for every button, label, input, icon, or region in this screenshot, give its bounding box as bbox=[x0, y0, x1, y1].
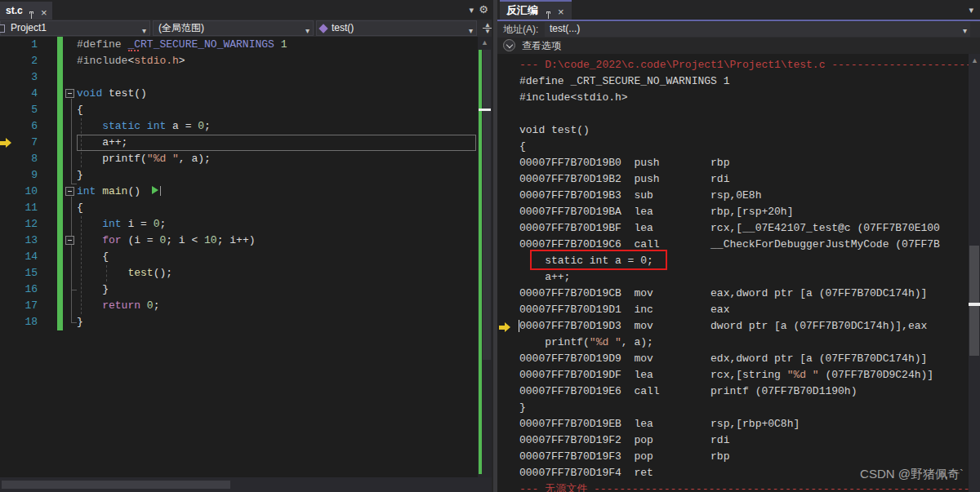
disasm-line: 00007FF7B70D19D3 mov dword ptr [a (07FF7… bbox=[519, 318, 980, 335]
line-number: 11 bbox=[0, 200, 38, 216]
change-bar bbox=[57, 135, 63, 151]
caret-position-mark bbox=[969, 303, 980, 306]
separator-line: --- D:\code_2022\c.code\Project1\Project… bbox=[519, 57, 980, 73]
source-editor-pane: st.c × ▾ ⚙ Project1 ▾ (全局范围) ▾ test() ▾ bbox=[0, 0, 492, 492]
change-bar bbox=[57, 167, 63, 184]
code-line: 5{ bbox=[0, 102, 492, 118]
visual-studio-window: st.c × ▾ ⚙ Project1 ▾ (全局范围) ▾ test() ▾ bbox=[0, 0, 980, 492]
fold-collapse-icon[interactable] bbox=[65, 89, 74, 98]
code-lines: 1#define _CRT_SECURE_NO_WARNINGS 12#incl… bbox=[0, 37, 492, 330]
address-combo[interactable]: test(...) ▾ bbox=[545, 22, 970, 37]
disasm-line: 00007FF7B70D19F2 pop rdi bbox=[519, 432, 980, 449]
disassembly-pane: 反汇编 × ▾ 地址(A): test(...) ▾ 查看选项 --- D:\c… bbox=[497, 0, 980, 492]
change-track-marks bbox=[479, 50, 482, 474]
line-number: 9 bbox=[0, 167, 38, 184]
editor-horizontal-scrollbar[interactable] bbox=[0, 477, 492, 492]
code-line: 11{ bbox=[0, 200, 492, 216]
change-bar bbox=[57, 151, 63, 167]
line-number: 5 bbox=[0, 102, 38, 118]
tab-title: st.c bbox=[6, 5, 23, 16]
line-number: 3 bbox=[0, 69, 38, 86]
change-bar bbox=[57, 102, 63, 118]
disasm-line: 00007FF7B70D19B3 sub rsp,0E8h bbox=[519, 188, 980, 204]
change-bar bbox=[57, 69, 63, 86]
scope-dropdown[interactable]: (全局范围) ▾ bbox=[153, 20, 314, 36]
fold-collapse-icon[interactable] bbox=[65, 236, 74, 245]
text-caret bbox=[519, 320, 519, 332]
disasm-line: 00007FF7B70D19D9 mov edx,dword ptr [a (0… bbox=[519, 351, 980, 367]
code-line: 18} bbox=[0, 314, 492, 330]
change-bar bbox=[57, 314, 63, 330]
change-bar bbox=[57, 249, 63, 265]
disasm-line: 00007FF7B70D19BF lea rcx,[__07E42107_tes… bbox=[519, 220, 980, 237]
view-options-bar: 查看选项 bbox=[497, 38, 980, 54]
code-line: 2#include<stdio.h> bbox=[0, 53, 492, 69]
next-instruction-arrow-icon bbox=[499, 322, 512, 333]
project-icon bbox=[0, 24, 5, 33]
change-bar bbox=[57, 216, 63, 233]
pane-splitter[interactable] bbox=[492, 0, 497, 492]
line-number: 14 bbox=[0, 249, 38, 265]
change-bar bbox=[57, 118, 63, 135]
code-line: 12 int i = 0; bbox=[0, 216, 492, 233]
caret-position-mark bbox=[479, 109, 491, 111]
change-bar bbox=[57, 281, 63, 298]
separator-line: --- 无源文件 -------------------------------… bbox=[519, 481, 980, 492]
code-line: 8 printf("%d ", a); bbox=[0, 151, 492, 167]
disasm-line: { bbox=[519, 139, 980, 155]
scope-dropdown-value: (全局范围) bbox=[154, 21, 313, 35]
document-tab-strip: st.c × ▾ ⚙ bbox=[0, 0, 492, 20]
address-label: 地址(A): bbox=[503, 23, 538, 37]
code-line: 14 { bbox=[0, 249, 492, 265]
scroll-up-icon[interactable]: ▲ bbox=[971, 56, 978, 64]
scroll-up-icon[interactable]: ▲ bbox=[481, 38, 488, 47]
code-line: 7 a++; bbox=[0, 135, 492, 151]
line-number: 6 bbox=[0, 118, 38, 135]
disassembly-vertical-scrollbar[interactable]: ▲ bbox=[969, 54, 980, 492]
tab-list-dropdown-icon[interactable]: ▾ bbox=[469, 5, 474, 16]
disasm-line: void test() bbox=[519, 122, 980, 139]
disasm-line: } bbox=[519, 400, 980, 416]
close-icon[interactable]: × bbox=[558, 3, 564, 21]
disasm-line: 00007FF7B70D19E6 call printf (07FF7B70D1… bbox=[519, 383, 980, 400]
highlight-red-box bbox=[530, 250, 667, 270]
line-number: 13 bbox=[0, 233, 38, 249]
disassembly-content[interactable]: --- D:\code_2022\c.code\Project1\Project… bbox=[497, 54, 980, 492]
navigation-bar: Project1 ▾ (全局范围) ▾ test() ▾ ▲▼ bbox=[0, 20, 492, 37]
chevron-down-icon: ▾ bbox=[963, 24, 967, 38]
disasm-line: #include<stdio.h> bbox=[519, 90, 980, 106]
line-number: 17 bbox=[0, 298, 38, 314]
line-number: 7 bbox=[0, 135, 38, 151]
tab-disassembly[interactable]: 反汇编 × bbox=[500, 0, 572, 20]
disasm-line: 00007FF7B70D19D1 inc eax bbox=[519, 302, 980, 318]
tab-st.c[interactable]: st.c × bbox=[0, 2, 52, 20]
code-editor[interactable]: 1#define _CRT_SECURE_NO_WARNINGS 12#incl… bbox=[0, 37, 492, 492]
disasm-line: 00007FF7B70D19DF lea rcx,[string "%d " (… bbox=[519, 367, 980, 383]
gear-icon[interactable]: ⚙ bbox=[479, 3, 488, 16]
line-number: 12 bbox=[0, 216, 38, 233]
code-line: 6 static int a = 0; bbox=[0, 118, 492, 135]
change-bar bbox=[57, 200, 63, 216]
collapse-chevron-button[interactable] bbox=[503, 39, 515, 51]
watermark: CSDN @野猪佩奇` bbox=[860, 467, 964, 482]
run-indicator-icon[interactable] bbox=[152, 186, 158, 194]
line-number: 4 bbox=[0, 86, 38, 102]
fold-collapse-icon[interactable] bbox=[65, 187, 74, 196]
disasm-line: 00007FF7B70D19B2 push rdi bbox=[519, 171, 980, 188]
change-bar bbox=[57, 265, 63, 281]
code-line: 10int main() bbox=[0, 184, 492, 200]
address-combo-value: test(...) bbox=[550, 23, 580, 34]
code-line: 17 return 0; bbox=[0, 298, 492, 314]
line-number: 1 bbox=[0, 37, 38, 53]
window-menu-icon[interactable]: ▾ bbox=[969, 5, 973, 16]
disasm-line: 00007FF7B70D19EB lea rsp,[rbp+0C8h] bbox=[519, 416, 980, 432]
disasm-line: #define _CRT_SECURE_NO_WARNINGS 1 bbox=[519, 73, 980, 90]
project-dropdown[interactable]: Project1 ▾ bbox=[0, 20, 150, 36]
disasm-line: 00007FF7B70D19F3 pop rbp bbox=[519, 449, 980, 465]
member-dropdown[interactable]: test() ▾ bbox=[316, 20, 477, 36]
line-number: 10 bbox=[0, 184, 38, 200]
editor-vertical-scrollbar[interactable]: ▲ bbox=[478, 37, 492, 477]
change-bar bbox=[57, 184, 63, 200]
change-bar bbox=[57, 53, 63, 69]
disasm-line bbox=[519, 106, 980, 122]
